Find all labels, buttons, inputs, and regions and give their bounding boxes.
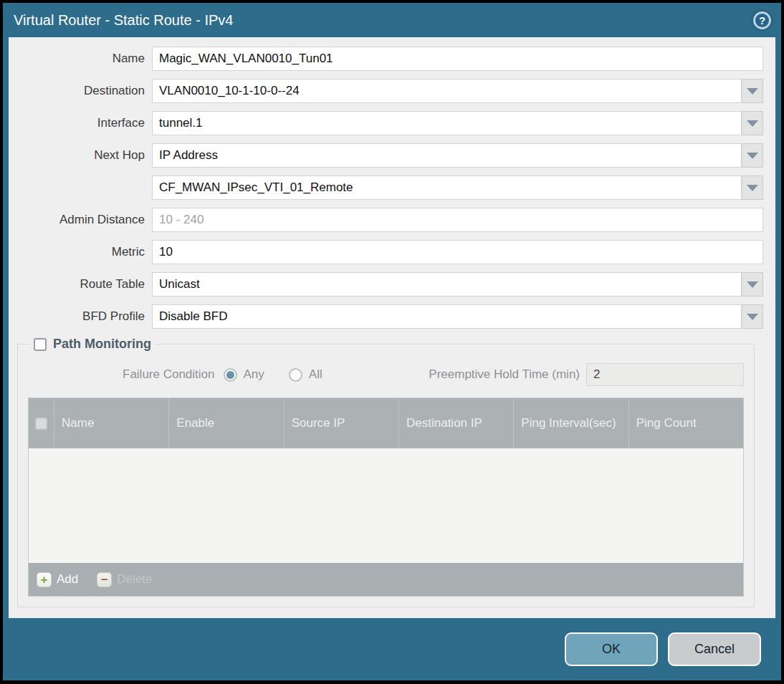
column-header-ping-count[interactable]: Ping Count	[629, 398, 743, 448]
form-row-bfd-profile: BFD Profile	[9, 304, 763, 329]
path-monitoring-title: Path Monitoring	[53, 337, 151, 352]
column-header-source-ip[interactable]: Source IP	[285, 398, 399, 448]
interface-input[interactable]	[152, 111, 742, 135]
cancel-button[interactable]: Cancel	[668, 632, 761, 666]
select-all-header-cell	[29, 398, 54, 448]
form-row-next-hop-address	[9, 175, 763, 200]
form-row-name: Name	[9, 47, 763, 71]
chevron-down-icon	[747, 314, 758, 320]
route-table-input[interactable]	[152, 272, 742, 297]
form-row-next-hop: Next Hop	[9, 143, 763, 168]
path-monitoring-legend: Path Monitoring	[29, 337, 156, 352]
next-hop-address-input[interactable]	[152, 175, 742, 200]
form-row-route-table: Route Table	[9, 272, 763, 297]
destination-dropdown-button[interactable]	[742, 79, 763, 103]
select-all-checkbox[interactable]	[35, 418, 47, 430]
next-hop-type-input[interactable]	[152, 143, 742, 168]
chevron-down-icon	[747, 281, 758, 288]
next-hop-address-dropdown-button[interactable]	[742, 175, 763, 200]
failure-condition-options: Any All	[224, 367, 322, 382]
admin-distance-input[interactable]	[152, 208, 763, 232]
radio-option-any[interactable]: Any	[224, 367, 264, 382]
destination-input[interactable]	[152, 79, 742, 103]
failure-condition-row: Failure Condition Any All Preemptive Hol…	[28, 363, 744, 386]
metric-input[interactable]	[152, 240, 763, 264]
name-input[interactable]	[152, 47, 763, 71]
route-table-label: Route Table	[9, 277, 152, 292]
delete-button-label: Delete	[117, 572, 152, 587]
help-icon[interactable]: ?	[753, 11, 771, 29]
route-table-dropdown-button[interactable]	[742, 272, 763, 297]
radio-all-icon[interactable]	[289, 368, 302, 382]
admin-distance-label: Admin Distance	[9, 213, 152, 227]
form-row-interface: Interface	[9, 111, 763, 135]
form-row-admin-distance: Admin Distance	[9, 208, 763, 232]
path-monitoring-checkbox[interactable]	[34, 338, 47, 351]
name-label: Name	[9, 52, 152, 66]
chevron-down-icon	[747, 185, 758, 191]
dialog-content: Name Destination Interface Next Hop	[9, 37, 775, 618]
chevron-down-icon	[747, 88, 758, 95]
title-bar: Virtual Router - Static Route - IPv4 ?	[3, 3, 781, 37]
form-row-destination: Destination	[9, 79, 763, 103]
table-action-bar: + Add − Delete	[29, 563, 743, 596]
static-route-dialog: Virtual Router - Static Route - IPv4 ? N…	[3, 3, 781, 680]
column-header-enable[interactable]: Enable	[169, 398, 284, 448]
table-body-empty	[29, 448, 743, 563]
plus-icon: +	[37, 572, 52, 587]
failure-condition-label: Failure Condition	[123, 367, 215, 382]
chevron-down-icon	[747, 120, 758, 127]
dialog-title: Virtual Router - Static Route - IPv4	[14, 12, 233, 29]
path-monitoring-table: Name Enable Source IP Destination IP Pin…	[28, 398, 744, 597]
path-monitoring-section: Path Monitoring Failure Condition Any Al…	[17, 337, 755, 607]
destination-label: Destination	[9, 84, 152, 98]
radio-any-icon[interactable]	[224, 368, 237, 382]
column-header-ping-interval[interactable]: Ping Interval(sec)	[514, 398, 628, 448]
next-hop-label: Next Hop	[9, 148, 152, 163]
interface-label: Interface	[9, 116, 152, 130]
dialog-footer: OK Cancel	[3, 618, 781, 680]
preemptive-hold-time-input[interactable]	[586, 363, 744, 386]
chevron-down-icon	[747, 153, 758, 159]
radio-all-label: All	[309, 367, 322, 382]
bfd-profile-label: BFD Profile	[9, 309, 152, 324]
next-hop-dropdown-button[interactable]	[742, 143, 763, 168]
radio-option-all[interactable]: All	[289, 367, 322, 382]
radio-any-label: Any	[244, 367, 264, 382]
column-header-destination-ip[interactable]: Destination IP	[399, 398, 514, 448]
interface-dropdown-button[interactable]	[742, 111, 763, 135]
delete-button[interactable]: − Delete	[97, 572, 152, 587]
add-button[interactable]: + Add	[37, 572, 78, 587]
ok-button[interactable]: OK	[565, 632, 658, 666]
minus-icon: −	[97, 572, 112, 587]
bfd-profile-dropdown-button[interactable]	[742, 304, 763, 329]
bfd-profile-input[interactable]	[152, 304, 742, 329]
add-button-label: Add	[57, 572, 78, 587]
preemptive-hold-time-label: Preemptive Hold Time (min)	[429, 367, 580, 382]
metric-label: Metric	[9, 245, 152, 259]
table-header: Name Enable Source IP Destination IP Pin…	[29, 398, 743, 448]
column-header-name[interactable]: Name	[54, 398, 169, 448]
form-row-metric: Metric	[9, 240, 763, 264]
